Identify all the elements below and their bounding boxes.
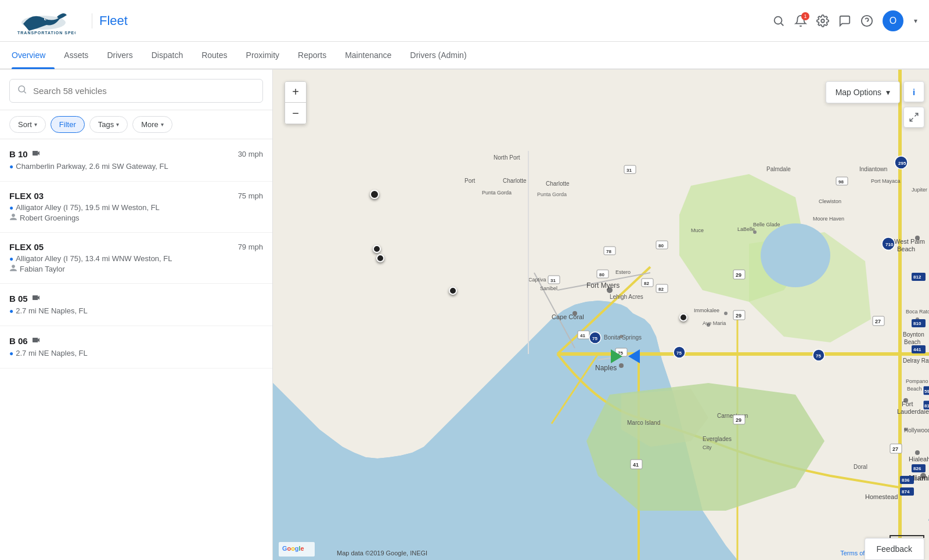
avatar-dropdown-icon[interactable]: ▾ xyxy=(914,17,917,25)
google-attribution: Google xyxy=(279,542,315,557)
vehicle-speed-flex05: 79 mph xyxy=(238,243,263,251)
map-area: Fort Myers Cape Coral Naples Bonita Spri… xyxy=(273,70,929,560)
svg-text:TRANSPORTATION SPECIALISTS: TRANSPORTATION SPECIALISTS xyxy=(17,31,75,35)
search-input-wrap xyxy=(9,79,263,103)
nav-item-routes[interactable]: Routes xyxy=(192,41,236,69)
logo-image: TRANSPORTATION SPECIALISTS xyxy=(12,6,75,35)
filter-button[interactable]: Filter xyxy=(51,116,85,133)
nav-item-proximity[interactable]: Proximity xyxy=(237,41,289,69)
map-data-attribution: Map data ©2019 Google, INEGI xyxy=(337,550,427,557)
map-options-chevron-icon: ▾ xyxy=(886,88,890,97)
svg-text:LaBelle: LaBelle xyxy=(737,226,755,232)
vehicle-location-b06: ● 2.7 mi NE Naples, FL xyxy=(9,349,263,357)
sort-chevron-icon: ▾ xyxy=(34,121,37,128)
svg-text:Beach: Beach xyxy=(904,339,920,345)
nav-item-maintenance[interactable]: Maintenance xyxy=(336,41,401,69)
svg-text:31: 31 xyxy=(626,168,632,173)
notifications-button[interactable]: 1 xyxy=(794,15,807,27)
map-info-button[interactable]: i xyxy=(903,81,924,102)
search-button[interactable] xyxy=(772,15,785,27)
svg-point-33 xyxy=(724,312,728,315)
svg-text:810: 810 xyxy=(913,321,921,326)
svg-text:29: 29 xyxy=(736,272,741,278)
map-marker-avemaria[interactable] xyxy=(449,287,457,295)
svg-text:Bonita Springs: Bonita Springs xyxy=(604,334,642,341)
more-button[interactable]: More ▾ xyxy=(132,116,172,133)
svg-point-6 xyxy=(821,19,824,23)
vehicle-header-b05: B 05 xyxy=(9,293,263,304)
nav-item-drivers-admin[interactable]: Drivers (Admin) xyxy=(401,41,476,69)
svg-text:78: 78 xyxy=(606,249,611,254)
svg-text:Fort Myers: Fort Myers xyxy=(586,281,620,290)
svg-line-146 xyxy=(910,118,913,121)
sort-button[interactable]: Sort ▾ xyxy=(9,116,46,133)
vehicle-speed-flex03: 75 mph xyxy=(238,192,263,200)
svg-text:41: 41 xyxy=(633,462,639,468)
svg-text:Immokalee: Immokalee xyxy=(694,308,719,313)
svg-text:82: 82 xyxy=(658,287,664,292)
chat-button[interactable] xyxy=(838,15,851,27)
svg-text:874: 874 xyxy=(902,489,910,494)
svg-text:Google: Google xyxy=(282,545,304,552)
vehicle-location-flex03: ● Alligator Alley (I 75), 19.5 mi W West… xyxy=(9,203,263,212)
vehicle-name-flex05: FLEX 05 xyxy=(9,242,44,252)
svg-text:Punta Gorda: Punta Gorda xyxy=(537,192,567,197)
svg-text:Charlotte: Charlotte xyxy=(503,178,527,184)
nav-item-dispatch[interactable]: Dispatch xyxy=(142,41,192,69)
nav-item-assets[interactable]: Assets xyxy=(55,41,98,69)
map-fullscreen-button[interactable] xyxy=(903,107,924,128)
vehicle-item-flex03[interactable]: FLEX 03 75 mph ● Alligator Alley (I 75),… xyxy=(0,182,272,233)
location-dot-icon-flex05: ● xyxy=(9,255,13,263)
vehicle-name-b06: B 06 xyxy=(9,335,41,346)
nav-item-drivers[interactable]: Drivers xyxy=(98,41,142,69)
svg-text:Sanibel: Sanibel xyxy=(540,286,557,291)
svg-text:Hollywood: Hollywood xyxy=(904,427,929,433)
vehicle-item-b06[interactable]: B 06 ● 2.7 mi NE Naples, FL xyxy=(0,326,272,368)
svg-point-9 xyxy=(19,86,25,92)
vehicle-item-flex05[interactable]: FLEX 05 79 mph ● Alligator Alley (I 75),… xyxy=(0,233,272,284)
svg-text:Palmdale: Palmdale xyxy=(766,166,791,172)
map-marker-b10[interactable] xyxy=(370,190,379,199)
vehicle-item-b10[interactable]: B 10 30 mph ● Chamberlin Parkway, 2.6 mi… xyxy=(0,139,272,182)
zoom-out-button[interactable]: − xyxy=(285,103,306,124)
map-marker-flex-green[interactable] xyxy=(611,349,622,363)
map-container: Fort Myers Cape Coral Naples Bonita Spri… xyxy=(273,70,929,560)
camera-icon-b06 xyxy=(31,335,41,346)
vehicle-header-flex05: FLEX 05 79 mph xyxy=(9,242,263,252)
feedback-button[interactable]: Feedback xyxy=(865,538,924,560)
nav-item-reports[interactable]: Reports xyxy=(289,41,336,69)
svg-point-4 xyxy=(775,16,782,24)
vehicle-location-flex05: ● Alligator Alley (I 75), 13.4 mi WNW We… xyxy=(9,254,263,263)
tags-button[interactable]: Tags ▾ xyxy=(89,116,128,133)
camera-icon-b05 xyxy=(31,293,41,304)
map-marker-flex-blue[interactable] xyxy=(628,349,640,363)
svg-text:Beach: Beach xyxy=(897,245,915,252)
search-input-icon xyxy=(17,84,27,97)
settings-button[interactable] xyxy=(816,15,829,27)
svg-text:826: 826 xyxy=(913,466,921,471)
location-dot-icon-b05: ● xyxy=(9,307,13,315)
zoom-in-button[interactable]: + xyxy=(285,82,306,103)
map-marker-naples2[interactable] xyxy=(376,254,384,262)
more-chevron-icon: ▾ xyxy=(161,121,164,128)
vehicle-name-flex03: FLEX 03 xyxy=(9,191,44,201)
svg-text:Muce: Muce xyxy=(691,227,704,233)
fleet-title: Fleet xyxy=(92,13,128,28)
search-input[interactable] xyxy=(33,86,255,96)
vehicle-item-b05[interactable]: B 05 ● 2.7 mi NE Naples, FL xyxy=(0,284,272,326)
svg-text:29: 29 xyxy=(736,313,741,319)
map-marker-naples1[interactable] xyxy=(373,245,381,253)
help-button[interactable] xyxy=(860,15,873,27)
filter-bar: Sort ▾ Filter Tags ▾ More ▾ xyxy=(0,110,272,139)
nav-item-overview[interactable]: Overview xyxy=(12,41,55,69)
svg-text:Everglades: Everglades xyxy=(703,436,732,442)
vehicle-name-b05: B 05 xyxy=(9,293,41,304)
map-marker-miami[interactable] xyxy=(679,313,687,321)
map-options-button[interactable]: Map Options ▾ xyxy=(826,81,900,103)
info-icon: i xyxy=(913,87,915,97)
svg-text:Homestead: Homestead xyxy=(865,493,898,500)
location-dot-icon-b10: ● xyxy=(9,162,13,171)
navigation-bar: Overview Assets Drivers Dispatch Routes … xyxy=(0,42,929,70)
avatar-button[interactable]: O xyxy=(883,10,903,31)
svg-text:Lehigh Acres: Lehigh Acres xyxy=(610,294,643,300)
